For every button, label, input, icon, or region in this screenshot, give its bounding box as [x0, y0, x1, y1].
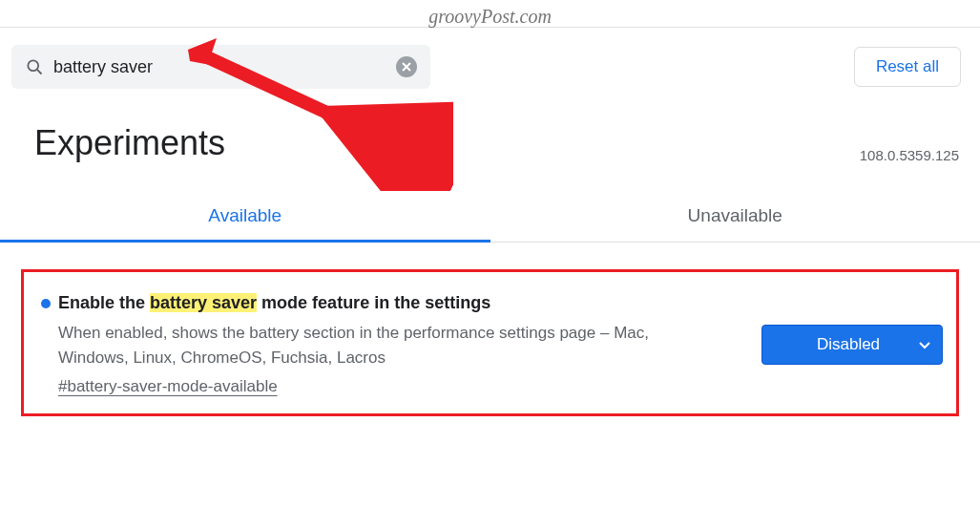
- svg-point-0: [28, 60, 38, 71]
- flag-description: When enabled, shows the battery section …: [58, 321, 669, 370]
- modified-dot-icon: [41, 299, 51, 308]
- tabs: Available Unavailable: [0, 190, 980, 243]
- flag-dropdown-value: Disabled: [817, 335, 880, 353]
- watermark-text: groovyPost.com: [428, 6, 552, 28]
- flag-title-post: mode feature in the settings: [257, 293, 490, 312]
- flag-title-pre: Enable the: [58, 293, 150, 312]
- title-row: Experiments 108.0.5359.125: [0, 106, 980, 173]
- clear-search-button[interactable]: [396, 56, 417, 77]
- tab-unavailable[interactable]: Unavailable: [490, 190, 981, 242]
- flag-title: Enable the battery saver mode feature in…: [58, 293, 490, 313]
- search-box[interactable]: [11, 45, 430, 89]
- flag-title-row: Enable the battery saver mode feature in…: [41, 293, 742, 313]
- chevron-down-icon: [919, 335, 930, 354]
- flag-item: Enable the battery saver mode feature in…: [21, 269, 959, 416]
- header-row: Reset all: [0, 28, 980, 106]
- search-input[interactable]: [53, 57, 396, 77]
- flag-id-link[interactable]: #battery-saver-mode-available: [58, 377, 742, 396]
- flag-info: Enable the battery saver mode feature in…: [37, 293, 742, 396]
- svg-line-1: [37, 70, 42, 74]
- flag-dropdown[interactable]: Disabled: [761, 325, 943, 365]
- search-icon: [25, 57, 44, 76]
- page-title: Experiments: [34, 123, 225, 163]
- reset-all-button[interactable]: Reset all: [854, 47, 961, 87]
- flag-title-highlight: battery saver: [150, 293, 257, 312]
- tab-available[interactable]: Available: [0, 190, 490, 242]
- version-text: 108.0.5359.125: [860, 147, 959, 163]
- close-icon: [401, 61, 412, 73]
